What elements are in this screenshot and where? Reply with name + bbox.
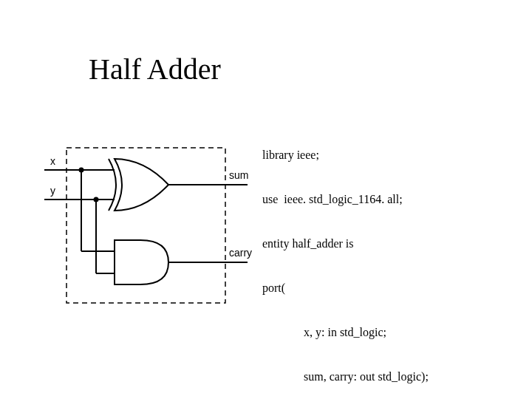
code-line: sum, carry: out std_logic); — [262, 369, 514, 384]
vhdl-code: library ieee; use ieee. std_logic_1164. … — [262, 118, 514, 399]
page-title: Half Adder — [89, 52, 221, 86]
half-adder-diagram: x y sum carry — [44, 140, 259, 310]
code-line: port( — [262, 281, 514, 296]
code-line: library ieee; — [262, 148, 514, 163]
code-line: entity half_adder is — [262, 236, 514, 251]
label-y: y — [50, 185, 55, 197]
label-carry: carry — [229, 247, 252, 259]
label-sum: sum — [229, 169, 248, 181]
label-x: x — [50, 155, 55, 167]
code-line: use ieee. std_logic_1164. all; — [262, 192, 514, 207]
xor-gate-icon — [109, 159, 168, 211]
code-line: x, y: in std_logic; — [262, 325, 514, 340]
and-gate-icon — [115, 240, 168, 284]
